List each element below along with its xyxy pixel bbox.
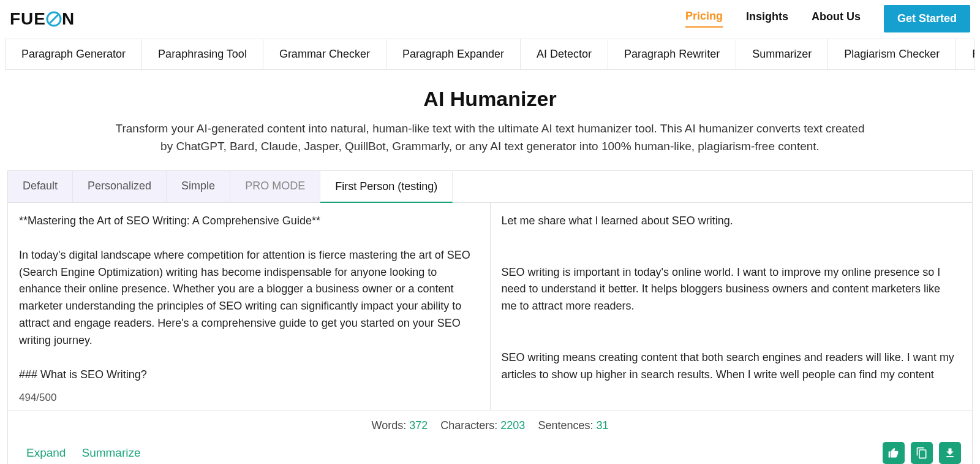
download-button[interactable] xyxy=(939,442,961,464)
mode-first-person[interactable]: First Person (testing) xyxy=(320,172,453,203)
stats-words-value: 372 xyxy=(409,419,428,432)
stats-chars-value: 2203 xyxy=(500,419,525,432)
editor-row: 494/500 xyxy=(8,203,972,410)
logo-text-pre: FUE xyxy=(10,9,46,29)
get-started-button[interactable]: Get Started xyxy=(884,5,970,32)
tool-summarizer[interactable]: Summarizer xyxy=(736,39,828,69)
stats-sent-label: Sentences: xyxy=(538,419,593,432)
stats-words-label: Words: xyxy=(372,419,407,432)
page-title: AI Humanizer xyxy=(0,87,980,111)
mode-personalized[interactable]: Personalized xyxy=(73,171,167,202)
tool-paragraph-generator[interactable]: Paragraph Generator xyxy=(6,39,142,69)
tool-paraphrasing[interactable]: Paraphrasing Tool xyxy=(142,39,263,69)
logo-o-icon xyxy=(46,11,62,27)
expand-link[interactable]: Expand xyxy=(26,446,66,460)
input-counter: 494/500 xyxy=(8,389,490,410)
page-subtitle: Transform your AI-generated content into… xyxy=(110,120,870,156)
tools-toolbar: Paragraph Generator Paraphrasing Tool Gr… xyxy=(5,39,975,70)
stats-sent-value: 31 xyxy=(596,419,608,432)
logo[interactable]: FUE N xyxy=(10,9,75,29)
tool-ai-detector[interactable]: AI Detector xyxy=(521,39,608,69)
thumbs-up-icon xyxy=(888,447,900,459)
action-row: Expand Summarize xyxy=(8,437,972,464)
icon-buttons xyxy=(883,442,961,464)
tool-grammar-checker[interactable]: Grammar Checker xyxy=(263,39,386,69)
tool-readability[interactable]: Readabilit xyxy=(956,39,975,69)
top-nav: Pricing Insights About Us Get Started xyxy=(685,5,970,32)
mode-pro[interactable]: PRO MODE xyxy=(230,171,320,202)
logo-text-post: N xyxy=(62,9,75,29)
copy-icon xyxy=(916,447,928,459)
copy-button[interactable] xyxy=(911,442,933,464)
input-textarea[interactable] xyxy=(8,203,490,387)
tool-paragraph-rewriter[interactable]: Paragraph Rewriter xyxy=(608,39,736,69)
stats-row: Words: 372 Characters: 2203 Sentences: 3… xyxy=(8,410,972,437)
thumbs-up-button[interactable] xyxy=(883,442,905,464)
stats-chars-label: Characters: xyxy=(440,419,497,432)
nav-pricing[interactable]: Pricing xyxy=(685,10,723,28)
nav-about[interactable]: About Us xyxy=(812,10,861,27)
mode-default[interactable]: Default xyxy=(8,171,73,202)
tool-plagiarism-checker[interactable]: Plagiarism Checker xyxy=(828,39,956,69)
mode-simple[interactable]: Simple xyxy=(167,171,230,202)
mode-tabs: Default Personalized Simple PRO MODE Fir… xyxy=(8,171,972,203)
summarize-link[interactable]: Summarize xyxy=(81,446,140,460)
action-links: Expand Summarize xyxy=(26,446,141,460)
humanizer-panel: Default Personalized Simple PRO MODE Fir… xyxy=(7,170,973,464)
svg-line-1 xyxy=(50,15,58,23)
nav-insights[interactable]: Insights xyxy=(746,10,788,27)
output-textarea[interactable] xyxy=(491,203,973,387)
output-column xyxy=(491,203,973,410)
input-column: 494/500 xyxy=(8,203,491,410)
download-icon xyxy=(944,447,956,459)
tool-paragraph-expander[interactable]: Paragraph Expander xyxy=(386,39,521,69)
